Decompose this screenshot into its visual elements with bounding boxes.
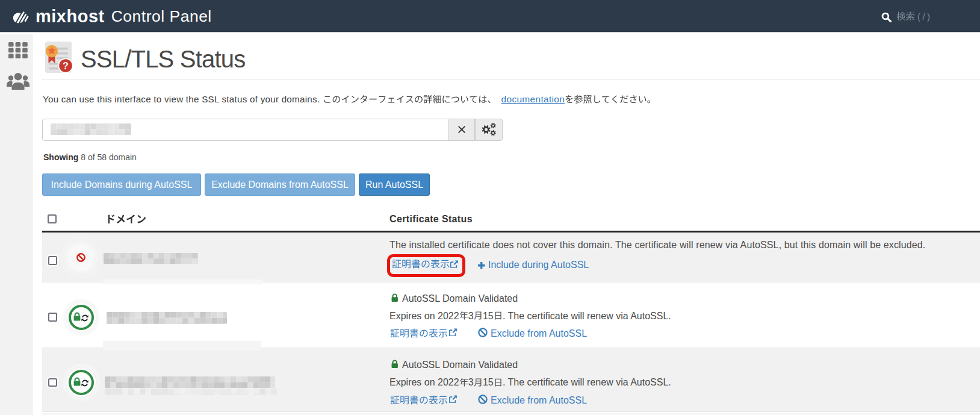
svg-text:?: ?	[63, 61, 69, 71]
